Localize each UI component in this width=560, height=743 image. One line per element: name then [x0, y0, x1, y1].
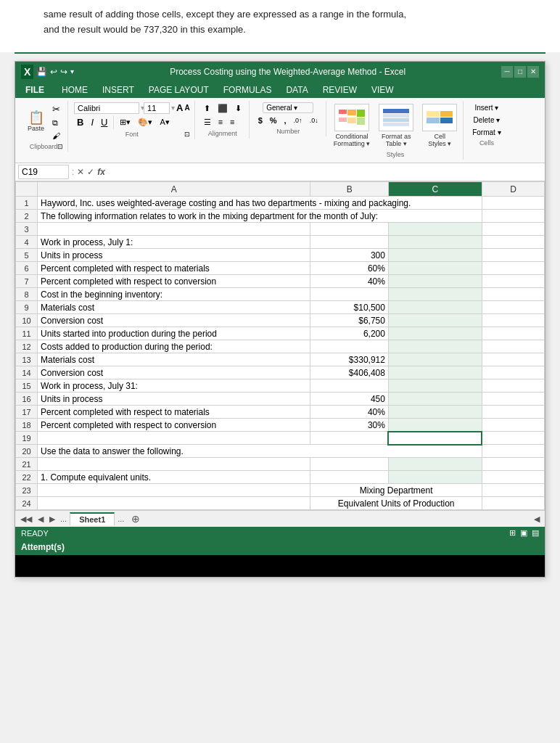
align-bottom-button[interactable]: ⬇ — [232, 102, 244, 115]
cell-B7[interactable]: 40% — [310, 275, 389, 288]
font-size-box[interactable]: 11 — [144, 102, 170, 114]
cell-B12[interactable] — [310, 340, 389, 353]
insert-function-icon[interactable]: fx — [97, 167, 105, 177]
cell-C14[interactable] — [388, 366, 482, 379]
cell-D24[interactable] — [482, 497, 544, 510]
cell-B19[interactable] — [310, 432, 389, 445]
cell-A16[interactable]: Units in process — [38, 393, 310, 406]
minimize-button[interactable]: ─ — [501, 66, 513, 78]
cut-button[interactable]: ✂ — [49, 102, 63, 116]
redo-icon[interactable]: ↪ — [60, 67, 67, 77]
cell-B6[interactable]: 60% — [310, 262, 389, 275]
undo-icon[interactable]: ↩ — [50, 67, 57, 77]
align-right-button[interactable]: ≡ — [227, 116, 237, 128]
menu-insert[interactable]: INSERT — [95, 82, 141, 98]
page-layout-icon[interactable]: ▣ — [520, 528, 527, 538]
cell-A7[interactable]: Percent completed with respect to conver… — [38, 275, 310, 288]
cell-B17[interactable]: 40% — [310, 406, 389, 419]
row-header-6[interactable]: 6 — [16, 262, 38, 275]
col-header-D[interactable]: D — [482, 182, 544, 197]
cell-D8[interactable] — [482, 288, 544, 301]
sheet-nav-first[interactable]: ◀◀ — [18, 514, 34, 525]
row-header-23[interactable]: 23 — [16, 484, 38, 497]
sheet-nav-dots-right[interactable]: ... — [116, 514, 125, 523]
decrease-font-button[interactable]: A — [184, 104, 189, 112]
cancel-formula-icon[interactable]: ✕ — [77, 167, 84, 177]
cell-A17[interactable]: Percent completed with respect to materi… — [38, 406, 310, 419]
cell-A18[interactable]: Percent completed with respect to conver… — [38, 419, 310, 432]
menu-file[interactable]: FILE — [15, 82, 54, 98]
increase-font-button[interactable]: A — [176, 102, 183, 113]
font-size-dropdown[interactable]: ▾ — [171, 104, 175, 112]
cell-C18[interactable] — [388, 419, 482, 432]
cell-B11[interactable]: 6,200 — [310, 327, 389, 340]
save-icon[interactable]: 💾 — [36, 67, 47, 77]
format-painter-button[interactable]: 🖌 — [49, 130, 63, 141]
format-cells-button[interactable]: Format ▾ — [469, 127, 503, 138]
cell-C4[interactable] — [388, 236, 482, 249]
cell-C8[interactable] — [388, 288, 482, 301]
clipboard-expand-icon[interactable]: ⊡ — [57, 143, 63, 150]
cell-C21[interactable] — [388, 458, 482, 471]
cell-A4[interactable]: Work in process, July 1: — [38, 236, 310, 249]
cell-B18[interactable]: 30% — [310, 419, 389, 432]
cell-C6[interactable] — [388, 262, 482, 275]
normal-view-icon[interactable]: ⊞ — [509, 528, 516, 538]
formula-input[interactable] — [108, 165, 542, 178]
close-button[interactable]: ✕ — [527, 66, 539, 78]
cell-A1[interactable]: Hayword, Inc. uses weighted-average cost… — [38, 197, 482, 210]
cell-A13[interactable]: Materials cost — [38, 353, 310, 366]
font-name-box[interactable]: Calibri — [74, 102, 139, 114]
cell-D12[interactable] — [482, 340, 544, 353]
row-header-18[interactable]: 18 — [16, 419, 38, 432]
cell-B21[interactable] — [310, 458, 389, 471]
cell-C12[interactable] — [388, 340, 482, 353]
cell-D20[interactable] — [482, 445, 544, 458]
maximize-button[interactable]: □ — [514, 66, 526, 78]
sheet-nav-prev[interactable]: ◀ — [36, 514, 46, 525]
cell-D10[interactable] — [482, 314, 544, 327]
cell-C7[interactable] — [388, 275, 482, 288]
cell-D15[interactable] — [482, 379, 544, 393]
cell-B15[interactable] — [310, 379, 389, 393]
conditional-formatting-button[interactable]: ConditionalFormatting ▾ — [331, 102, 374, 150]
menu-data[interactable]: DATA — [279, 82, 315, 98]
row-header-17[interactable]: 17 — [16, 406, 38, 419]
cell-D21[interactable] — [482, 458, 544, 471]
row-header-9[interactable]: 9 — [16, 301, 38, 314]
sheet-nav-next[interactable]: ▶ — [47, 514, 57, 525]
row-header-13[interactable]: 13 — [16, 353, 38, 366]
font-color-button[interactable]: A▾ — [157, 115, 172, 129]
bold-button[interactable]: B — [74, 115, 86, 129]
cell-D9[interactable] — [482, 301, 544, 314]
cell-B23[interactable]: Mixing Department — [310, 484, 482, 497]
cell-D11[interactable] — [482, 327, 544, 340]
row-header-2[interactable]: 2 — [16, 210, 38, 223]
row-header-14[interactable]: 14 — [16, 366, 38, 379]
cell-D1[interactable] — [482, 197, 544, 210]
cell-C17[interactable] — [388, 406, 482, 419]
cell-A10[interactable]: Conversion cost — [38, 314, 310, 327]
cell-B13[interactable]: $330,912 — [310, 353, 389, 366]
cell-D3[interactable] — [482, 223, 544, 236]
scroll-left-button[interactable]: ◀ — [532, 514, 542, 525]
cell-D5[interactable] — [482, 249, 544, 262]
cell-C5[interactable] — [388, 249, 482, 262]
percent-button[interactable]: % — [267, 115, 280, 126]
add-sheet-button[interactable]: ⊕ — [127, 513, 144, 525]
cell-D6[interactable] — [482, 262, 544, 275]
fill-color-button[interactable]: 🎨▾ — [135, 115, 155, 129]
menu-review[interactable]: REVIEW — [316, 82, 364, 98]
menu-formulas[interactable]: FORMULAS — [216, 82, 279, 98]
number-format-dropdown[interactable]: General ▾ — [263, 102, 313, 113]
cell-A11[interactable]: Units started into production during the… — [38, 327, 310, 340]
cell-A22[interactable]: 1. Compute equivalent units. — [38, 471, 310, 484]
cell-B5[interactable]: 300 — [310, 249, 389, 262]
row-header-20[interactable]: 20 — [16, 445, 38, 458]
copy-button[interactable]: ⧉ — [49, 117, 63, 129]
row-header-11[interactable]: 11 — [16, 327, 38, 340]
cell-C16[interactable] — [388, 393, 482, 406]
row-header-10[interactable]: 10 — [16, 314, 38, 327]
menu-view[interactable]: VIEW — [364, 82, 401, 98]
cell-A19[interactable] — [38, 432, 310, 445]
